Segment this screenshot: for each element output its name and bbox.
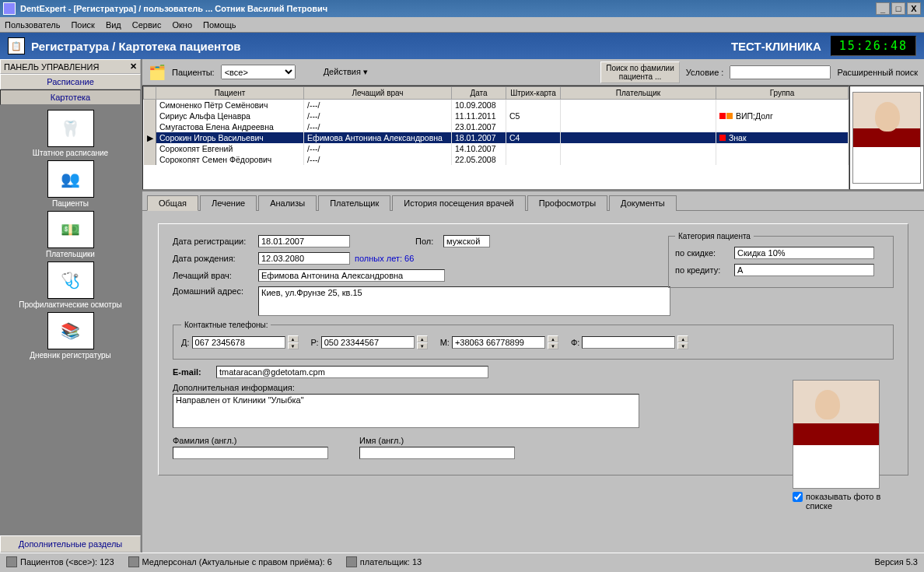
tab[interactable]: Общая	[147, 195, 198, 211]
tab[interactable]: Лечение	[200, 195, 257, 211]
phone-m-input[interactable]	[452, 336, 545, 349]
birth-date-input[interactable]	[258, 252, 350, 265]
grid-header[interactable]: Лечащий врач	[304, 87, 452, 100]
show-photo-checkbox[interactable]	[793, 492, 803, 502]
age-label: полных лет: 66	[355, 254, 414, 263]
menu-Поиск[interactable]: Поиск	[71, 20, 94, 30]
spin-down-icon[interactable]: ▼	[288, 342, 299, 349]
thumb-icon: 💵	[47, 211, 94, 248]
header-icon: 📋	[8, 37, 25, 54]
side-category[interactable]: Расписание	[0, 74, 141, 89]
patients-icon	[6, 556, 17, 567]
doctor-input[interactable]	[258, 269, 445, 282]
side-panel-footer[interactable]: Дополнительные разделы	[0, 535, 141, 553]
table-row[interactable]: Симоненко Пётр Семёнович/---/10.09.2008	[144, 100, 849, 111]
close-button[interactable]: X	[907, 2, 921, 15]
grid-header[interactable]: Штрих-карта	[506, 87, 561, 100]
search-by-lastname-button[interactable]: Поиск по фамилиипациента ...	[600, 61, 680, 83]
tab[interactable]: Документы	[609, 195, 677, 211]
menu-Помощь[interactable]: Помощь	[203, 20, 236, 30]
toolbar: 🗂️ Пациенты: <все> Действия ▾ Поиск по ф…	[142, 59, 924, 86]
grid-header[interactable]: Группа	[716, 87, 849, 100]
phone-d-input[interactable]	[192, 336, 285, 349]
side-item[interactable]: 🦷Штатное расписание	[5, 110, 136, 157]
phone-r-input[interactable]	[321, 336, 415, 349]
staff-icon	[128, 556, 139, 567]
tab[interactable]: Плательщик	[318, 195, 390, 211]
side-category[interactable]: Картотека	[0, 89, 141, 105]
table-row[interactable]: Сорокопят Евгений/---/14.10.2007	[144, 143, 849, 154]
side-panel-items: 🦷Штатное расписание👥Пациенты💵Плательщики…	[0, 105, 141, 535]
cards-icon: 🗂️	[149, 64, 166, 81]
condition-label: Условие :	[686, 68, 724, 77]
thumb-icon: 🩺	[47, 261, 94, 299]
tab[interactable]: Анализы	[258, 195, 317, 211]
portrait-image	[793, 380, 880, 489]
thumb-icon: 📚	[47, 312, 94, 349]
patient-form: Категория пациента по скидке: по кредиту…	[142, 210, 924, 553]
table-row[interactable]: ▶Сорокин Игорь ВасильевичЕфимова Антонин…	[144, 132, 849, 143]
patients-filter-select[interactable]: <все>	[221, 65, 296, 79]
sex-input[interactable]	[443, 235, 490, 247]
extra-info-input[interactable]	[173, 394, 639, 428]
side-panel-title: ПАНЕЛЬ УПРАВЛЕНИЯ ✕	[0, 59, 141, 74]
window-titlebar: DentExpert - [Регистратура] / пользовате…	[0, 0, 924, 17]
side-item[interactable]: 🩺Профилактические осмотры	[5, 261, 136, 309]
grid-header[interactable]: Пациент	[156, 87, 304, 100]
statusbar: Пациентов (<все>): 123 Медперсонал (Акту…	[0, 553, 924, 570]
detail-tabs: ОбщаяЛечениеАнализыПлательщикИстория пос…	[142, 191, 924, 210]
actions-menu[interactable]: Действия ▾	[324, 67, 368, 77]
firstname-en-input[interactable]	[359, 447, 515, 459]
reg-date-input[interactable]	[258, 235, 350, 247]
maximize-button[interactable]: □	[891, 2, 905, 15]
payer-icon	[346, 556, 357, 567]
page-title: Регистратура / Картотека пациентов	[31, 40, 241, 53]
side-panel-close-icon[interactable]: ✕	[130, 61, 137, 72]
condition-input[interactable]	[730, 65, 831, 79]
menubar: ПользовательПоискВидСервисОкноПомощь	[0, 17, 924, 33]
side-item[interactable]: 👥Пациенты	[5, 160, 136, 208]
table-row[interactable]: Смугастова Елена Андреевна/---/23.01.200…	[144, 121, 849, 132]
extended-search-link[interactable]: Расширенный поиск	[837, 68, 918, 77]
patient-category-box: Категория пациента по скидке: по кредиту…	[668, 232, 894, 288]
phones-fieldset: Контактные телефоны: Д:▲▼ Р:▲▼ М:▲▼ Ф:▲▼	[173, 321, 894, 360]
minimize-button[interactable]: _	[876, 2, 890, 15]
tab[interactable]: История посещения врачей	[392, 195, 526, 211]
grid-header[interactable]: Плательщик	[561, 87, 716, 100]
thumb-icon: 👥	[47, 160, 94, 198]
form-photo: показывать фото в списке	[793, 380, 886, 511]
address-input[interactable]	[258, 286, 670, 316]
tab[interactable]: Профосмотры	[527, 195, 607, 211]
grid-header[interactable]: Дата	[452, 87, 506, 100]
side-panel: ПАНЕЛЬ УПРАВЛЕНИЯ ✕ РасписаниеКартотека …	[0, 59, 142, 553]
table-row[interactable]: Сириус Альфа Ценавра/---/11.11.2011C5 ВИ…	[144, 111, 849, 121]
thumb-icon: 🦷	[47, 110, 94, 147]
lastname-en-input[interactable]	[173, 447, 328, 459]
patients-label: Пациенты:	[172, 68, 215, 77]
menu-Вид[interactable]: Вид	[106, 20, 121, 30]
app-header: 📋 Регистратура / Картотека пациентов ТЕС…	[0, 33, 924, 59]
credit-input[interactable]	[734, 264, 874, 276]
menu-Пользователь[interactable]: Пользователь	[5, 20, 60, 30]
menu-Окно[interactable]: Окно	[172, 20, 192, 30]
menu-Сервис[interactable]: Сервис	[132, 20, 162, 30]
portrait-image	[852, 92, 921, 184]
discount-input[interactable]	[734, 247, 874, 259]
window-title: DentExpert - [Регистратура] / пользовате…	[20, 4, 327, 13]
patient-photo-preview	[849, 86, 924, 190]
phone-f-input[interactable]	[582, 336, 675, 349]
side-item[interactable]: 💵Плательщики	[5, 211, 136, 258]
spin-up-icon[interactable]: ▲	[288, 335, 299, 342]
clock: 15:26:48	[831, 36, 916, 56]
side-item[interactable]: 📚Дневник регистратуры	[5, 312, 136, 360]
table-row[interactable]: Сорокопят Семен Фёдорович/---/22.05.2008	[144, 154, 849, 165]
email-input[interactable]	[216, 366, 488, 378]
patients-grid[interactable]: ПациентЛечащий врачДатаШтрих-картаПлател…	[142, 86, 849, 190]
clinic-name: ТЕСТ-КЛИНИКА	[731, 40, 821, 53]
app-icon	[3, 2, 16, 15]
